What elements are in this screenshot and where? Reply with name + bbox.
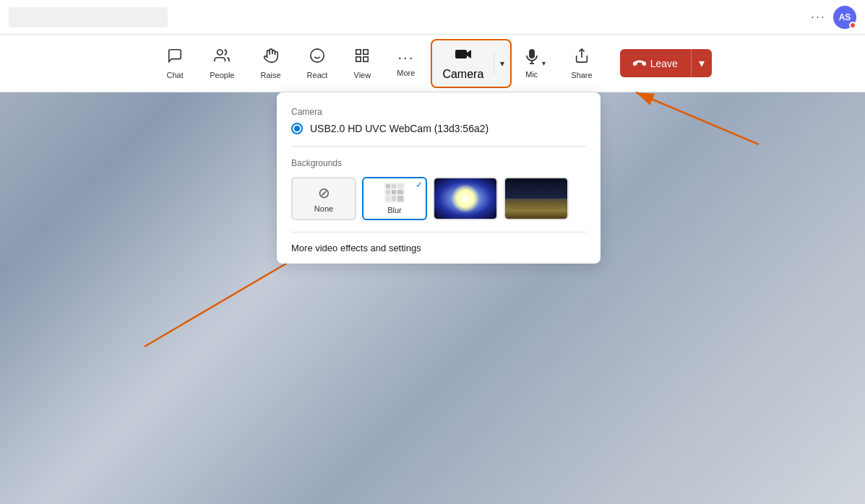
svg-rect-8 [455,50,467,58]
svg-rect-4 [356,49,361,53]
leave-button-group: Leave ▾ [620,49,712,77]
svg-rect-21 [386,196,390,201]
backgrounds-row: ⊘ None ✓ Blur [291,177,586,220]
svg-rect-19 [392,190,396,194]
toolbar-mic[interactable]: Mic [525,48,539,79]
svg-rect-17 [397,184,403,188]
camera-icon [455,46,472,65]
background-1[interactable] [433,177,498,220]
none-icon: ⊘ [318,184,330,201]
svg-rect-15 [386,184,390,188]
radio-inner [294,126,300,131]
mic-icon [525,48,539,67]
toolbar-chat[interactable]: Chat [153,42,197,85]
chat-icon [167,48,183,68]
blur-icon [384,183,405,203]
background-none[interactable]: ⊘ None [291,177,356,220]
leave-dropdown-button[interactable]: ▾ [691,49,712,77]
raise-icon [263,48,279,68]
camera-section-label: Camera [291,107,586,117]
toolbar-share[interactable]: Share [558,42,605,85]
toolbar-react[interactable]: React [294,42,341,85]
divider [291,146,586,147]
phone-icon [633,57,646,70]
toolbar-camera[interactable]: Camera [432,40,494,87]
svg-rect-5 [363,49,368,53]
svg-rect-18 [386,190,390,194]
share-icon [574,48,590,68]
toolbar-people[interactable]: People [197,42,247,85]
toolbar-view[interactable]: View [340,42,384,85]
leave-chevron-icon: ▾ [699,57,705,69]
radio-button [291,123,303,134]
svg-point-1 [311,48,324,61]
more-effects-link[interactable]: More video effects and settings [291,232,586,264]
status-dot [849,22,856,29]
toolbar-mic-group: Mic ▾ [515,43,558,84]
svg-rect-22 [392,196,396,201]
search-box[interactable] [9,7,168,27]
view-icon [354,48,370,68]
background-2[interactable] [504,177,569,220]
toolbar-raise[interactable]: Raise [247,42,293,85]
svg-rect-16 [392,184,396,188]
camera-option[interactable]: USB2.0 HD UVC WebCam (13d3:56a2) [291,123,586,134]
backgrounds-section-label: Backgrounds [291,158,586,168]
toolbar: Chat People Raise [0,35,865,92]
svg-rect-23 [397,196,403,201]
toolbar-more[interactable]: ··· More [384,43,428,83]
svg-rect-20 [397,190,403,194]
mic-dropdown-button[interactable]: ▾ [539,59,548,67]
more-icon: ··· [398,49,415,66]
svg-rect-10 [529,49,535,58]
camera-device-name: USB2.0 HD UVC WebCam (13d3:56a2) [310,123,489,134]
react-icon [309,48,325,68]
people-icon [214,48,230,68]
mic-chevron-icon: ▾ [542,59,546,67]
top-bar: ··· AS [0,0,865,35]
svg-point-0 [218,49,223,54]
avatar[interactable]: AS [833,6,856,29]
checkmark-icon: ✓ [416,180,423,190]
camera-dropdown-panel: Camera USB2.0 HD UVC WebCam (13d3:56a2) … [277,92,601,264]
camera-dropdown-button[interactable]: ▾ [494,53,510,74]
background-blur[interactable]: ✓ Blur [362,177,427,220]
leave-button[interactable]: Leave [620,50,691,77]
three-dots-menu[interactable]: ··· [811,9,826,25]
svg-rect-7 [356,56,361,61]
top-bar-right: ··· AS [811,6,856,29]
svg-rect-6 [363,56,368,61]
toolbar-camera-group: Camera ▾ [431,39,512,88]
svg-marker-9 [467,50,471,58]
chevron-down-icon: ▾ [500,58,504,69]
